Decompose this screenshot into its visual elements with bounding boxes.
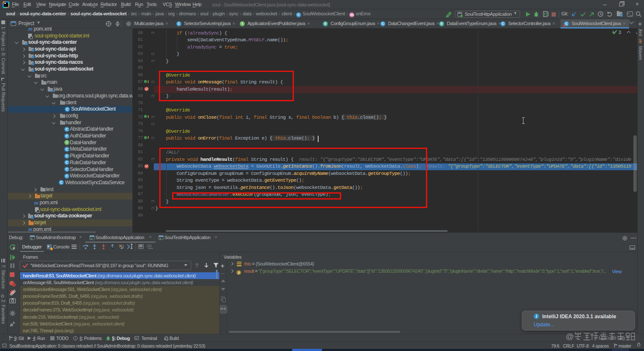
- svg-text:@: @: [566, 332, 574, 341]
